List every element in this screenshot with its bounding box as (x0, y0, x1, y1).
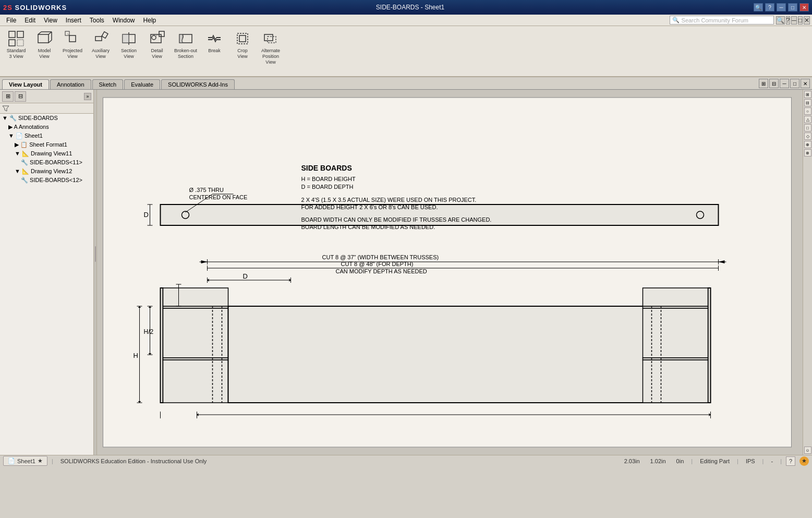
tree-label: SIDE-BOARDS (18, 115, 58, 121)
broken-out-section-tool[interactable]: Broken-outSection (172, 28, 199, 62)
svg-rect-31 (264, 34, 273, 41)
right-btn-5[interactable]: □ (804, 124, 811, 131)
view-toggle-4[interactable]: □ (790, 79, 799, 88)
view-toggle-5[interactable]: ✕ (801, 79, 810, 88)
menu-minimize-button[interactable]: ─ (791, 16, 797, 25)
sheet-tabs: 📄 Sheet1 ★ (3, 456, 47, 466)
svg-rect-75 (163, 308, 228, 358)
standard-3-view-tool[interactable]: Standard3 View (3, 28, 29, 62)
svg-text:D: D (243, 272, 248, 280)
notification-icon[interactable]: ★ (799, 456, 809, 466)
tree-item-drawing-view11[interactable]: ▼ 📐 Drawing View11 (0, 149, 93, 158)
close-button[interactable]: ✕ (799, 3, 809, 11)
tab-sketch[interactable]: Sketch (92, 79, 124, 89)
tree-item-sheet-format1[interactable]: ▶ 📋 Sheet Format1 (0, 140, 93, 149)
tree-item-side-boards-11[interactable]: 🔧 SIDE-BOARDS<11> (0, 158, 93, 167)
tab-annotation[interactable]: Annotation (50, 79, 91, 89)
right-btn-8[interactable]: ⊗ (804, 149, 811, 156)
menu-view[interactable]: View (40, 16, 62, 25)
detail-view-tool[interactable]: DetailView (144, 28, 170, 62)
right-btn-4[interactable]: △ (804, 116, 811, 123)
status-edition: SOLIDWORKS Education Edition - Instructi… (57, 458, 210, 464)
tree-item-drawing-view12[interactable]: ▼ 📐 Drawing View12 (0, 167, 93, 176)
svg-rect-29 (237, 33, 248, 44)
svg-rect-24 (179, 34, 183, 43)
menu-close-button[interactable]: ✕ (804, 16, 810, 25)
tab-solidworks-addins[interactable]: SOLIDWORKS Add-Ins (161, 79, 235, 89)
projected-view-label: ProjectedView (63, 48, 82, 59)
search-community-forum[interactable]: 🔍 Search Community Forum (670, 16, 774, 25)
status-dim1: 2.03in (621, 458, 643, 464)
drawing-canvas[interactable]: D Ø .375 THRU CENTERED ON FACE SIDE BOAR… (97, 90, 803, 455)
sidebar-btn-2[interactable]: ⊟ (15, 91, 26, 102)
tree-arrow: ▶ (15, 141, 19, 148)
window-controls[interactable]: 🔍 ? ─ □ ✕ (754, 3, 809, 11)
projected-view-tool[interactable]: ProjectedView (59, 28, 86, 62)
model-view-tool[interactable]: ModelView (31, 28, 57, 62)
svg-text:BOARD LENGTH CAN BE MODIFIED A: BOARD LENGTH CAN BE MODIFIED AS NEEDED. (301, 224, 435, 230)
svg-text:D = BOARD DEPTH: D = BOARD DEPTH (301, 184, 354, 190)
status-sep-2: | (691, 458, 693, 464)
tree-label: Drawing View12 (31, 168, 72, 174)
svg-text:FOR ADDED HEIGHT 2 X 6's OR 8': FOR ADDED HEIGHT 2 X 6's OR 8's CAN BE U… (301, 204, 438, 210)
sidebar-expand[interactable]: » (84, 93, 91, 100)
maximize-button[interactable]: □ (788, 3, 797, 11)
section-view-tool[interactable]: SectionView (116, 28, 142, 62)
crop-view-tool[interactable]: CropView (229, 28, 256, 62)
search-icon[interactable]: 🔍 (754, 3, 763, 11)
menu-edit[interactable]: Edit (20, 16, 40, 25)
tree-label: SIDE-BOARDS<12> (30, 177, 82, 183)
svg-rect-77 (163, 360, 228, 403)
menu-search-icon[interactable]: 🔍 (776, 16, 785, 25)
minimize-button[interactable]: ─ (777, 3, 786, 11)
status-dim2: 1.02in (647, 458, 669, 464)
svg-rect-1 (17, 31, 23, 38)
tree-icon: 📋 (20, 141, 28, 148)
tree-item-sheet1[interactable]: ▼ 📄 Sheet1 (0, 131, 93, 140)
svg-text:H/2: H/2 (144, 328, 154, 335)
model-view-label: ModelView (38, 48, 51, 59)
status-mode: Editing Part (697, 458, 733, 464)
tab-view-layout[interactable]: View Layout (2, 79, 49, 89)
broken-out-section-icon (177, 30, 194, 47)
help-quick-btn[interactable]: ? (786, 456, 795, 466)
crop-view-icon (234, 30, 251, 47)
right-btn-1[interactable]: ⊞ (804, 91, 811, 98)
auxiliary-view-tool[interactable]: AuxiliaryView (88, 28, 114, 62)
menu-restore-button[interactable]: □ (798, 16, 803, 25)
tree-item-side-boards[interactable]: ▼ 🔧 SIDE-BOARDS (0, 114, 93, 123)
sheet-tab-1[interactable]: 📄 Sheet1 ★ (3, 456, 47, 466)
status-sep-4: | (762, 458, 764, 464)
menu-help-icon[interactable]: ? (786, 16, 791, 25)
sidebar-btn-1[interactable]: ⊞ (2, 91, 14, 102)
break-tool[interactable]: Break (201, 28, 227, 56)
tab-evaluate[interactable]: Evaluate (124, 79, 160, 89)
right-btn-6[interactable]: ◇ (804, 132, 811, 140)
right-btn-7[interactable]: ⊕ (804, 141, 811, 148)
main-area: ⊞ ⊟ » ▼ 🔧 SIDE-BOARDS ▶ A Annotations ▼ … (0, 90, 812, 455)
menu-file[interactable]: File (2, 16, 20, 25)
window-title: SIDE-BOARDS - Sheet1 (67, 4, 754, 11)
help-icon[interactable]: ? (765, 3, 774, 11)
tree-item-annotations[interactable]: ▶ A Annotations (0, 123, 93, 131)
tree-item-side-boards-12[interactable]: 🔧 SIDE-BOARDS<12> (0, 176, 93, 185)
svg-text:CENTERED ON FACE: CENTERED ON FACE (189, 194, 248, 200)
view-toggle-2[interactable]: ⊟ (769, 79, 779, 88)
sheet-icon: 📄 (8, 457, 15, 464)
view-toggle-1[interactable]: ⊞ (759, 79, 768, 88)
right-btn-2[interactable]: ⊟ (804, 99, 811, 106)
alternate-position-view-tool[interactable]: AlternatePositionView (258, 28, 284, 67)
svg-rect-13 (95, 37, 102, 41)
menu-window[interactable]: Window (108, 16, 139, 25)
menu-tools[interactable]: Tools (86, 16, 108, 25)
right-btn-9[interactable]: ☺ (804, 447, 811, 454)
status-dash: - (768, 458, 776, 464)
right-btn-3[interactable]: ○ (804, 107, 811, 115)
menu-insert[interactable]: Insert (62, 16, 86, 25)
view-toggle-3[interactable]: ─ (780, 79, 789, 88)
svg-rect-78 (228, 306, 708, 403)
menu-help[interactable]: Help (139, 16, 161, 25)
titlebar-left: 2S SOLIDWORKS (3, 4, 67, 11)
svg-text:BOARD WIDTH CAN ONLY BE MODIFI: BOARD WIDTH CAN ONLY BE MODIFIED IF TRUS… (301, 216, 492, 223)
tree-label: Sheet1 (25, 132, 43, 139)
